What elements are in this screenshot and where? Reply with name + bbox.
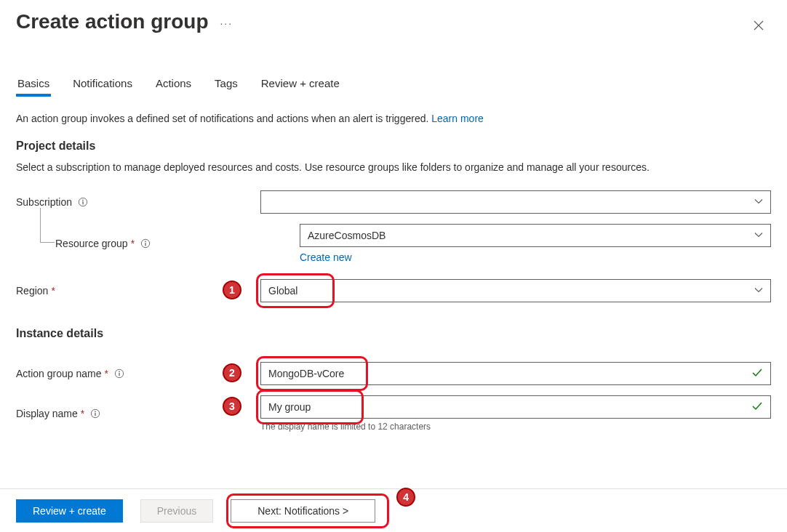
learn-more-link[interactable]: Learn more <box>431 113 484 124</box>
check-icon <box>751 400 763 414</box>
check-icon <box>751 367 763 381</box>
tab-actions[interactable]: Actions <box>154 77 193 97</box>
next-notifications-button[interactable]: Next: Notifications > <box>231 499 375 523</box>
annotation-callout-4: 4 <box>396 488 415 507</box>
action-group-name-input[interactable]: MongoDB-vCore <box>260 362 771 385</box>
description-text: An action group invokes a defined set of… <box>16 113 428 124</box>
required-indicator: * <box>81 408 84 419</box>
svg-rect-5 <box>145 243 145 246</box>
more-options-button[interactable]: ··· <box>220 15 233 29</box>
resource-group-row: Resource group * AzureCosmosDB Create ne… <box>16 224 771 263</box>
info-icon[interactable] <box>90 408 100 419</box>
display-name-helper: The display name is limited to 12 charac… <box>260 422 771 432</box>
close-icon <box>754 20 764 31</box>
action-group-name-label: Action group name <box>16 368 102 379</box>
tab-bar: Basics Notifications Actions Tags Review… <box>0 77 787 97</box>
action-group-name-row: Action group name * MongoDB-vCore 2 <box>16 362 771 385</box>
project-details-description: Select a subscription to manage deployed… <box>16 161 771 173</box>
svg-rect-2 <box>82 201 83 204</box>
create-new-link[interactable]: Create new <box>300 251 352 263</box>
chevron-down-icon <box>754 285 763 297</box>
svg-rect-11 <box>95 413 96 416</box>
tab-review-create[interactable]: Review + create <box>260 77 341 97</box>
required-indicator: * <box>51 285 55 297</box>
page-description: An action group invokes a defined set of… <box>16 111 771 126</box>
svg-point-7 <box>119 371 120 373</box>
region-row: Region * Global 1 <box>16 279 771 302</box>
page-title: Create action group <box>16 10 208 33</box>
project-details-heading: Project details <box>16 140 771 153</box>
info-icon[interactable] <box>114 368 124 379</box>
tab-tags[interactable]: Tags <box>213 77 239 97</box>
resource-group-value: AzureCosmosDB <box>308 230 385 241</box>
svg-point-10 <box>95 411 96 413</box>
resource-group-dropdown[interactable]: AzureCosmosDB <box>300 224 771 247</box>
svg-point-4 <box>145 241 146 243</box>
subscription-label: Subscription <box>16 196 72 208</box>
subscription-dropdown[interactable] <box>260 190 771 214</box>
review-create-button[interactable]: Review + create <box>16 499 123 523</box>
region-label: Region <box>16 285 48 297</box>
svg-rect-8 <box>119 373 119 376</box>
tab-notifications[interactable]: Notifications <box>71 77 134 97</box>
previous-button: Previous <box>140 499 213 523</box>
display-name-value: My group <box>268 401 311 413</box>
tree-connector <box>40 208 55 243</box>
subscription-row: Subscription <box>16 190 771 214</box>
required-indicator: * <box>105 368 108 379</box>
resource-group-label: Resource group <box>55 238 128 249</box>
info-icon[interactable] <box>140 238 151 249</box>
display-name-input[interactable]: My group <box>260 395 771 419</box>
display-name-label: Display name <box>16 408 78 419</box>
action-group-name-value: MongoDB-vCore <box>268 368 344 379</box>
required-indicator: * <box>131 238 135 249</box>
footer-bar: Review + create Previous Next: Notificat… <box>0 488 787 532</box>
display-name-row: Display name * My group The display name… <box>16 395 771 432</box>
instance-details-heading: Instance details <box>16 327 771 340</box>
region-value: Global <box>268 285 297 297</box>
chevron-down-icon <box>754 230 763 241</box>
tab-basics[interactable]: Basics <box>16 77 51 97</box>
chevron-down-icon <box>754 196 763 208</box>
info-icon[interactable] <box>78 197 88 207</box>
svg-point-1 <box>82 200 84 201</box>
region-dropdown[interactable]: Global <box>260 279 771 302</box>
main-content: An action group invokes a defined set of… <box>0 97 787 506</box>
close-button[interactable] <box>746 16 771 38</box>
